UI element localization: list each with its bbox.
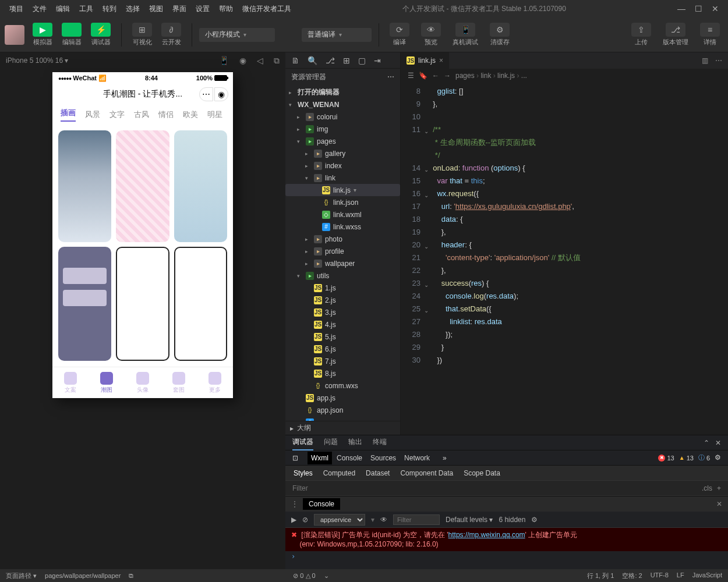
toolbar-button[interactable]: 📱真机调试 [449, 22, 482, 48]
collapse-icon[interactable]: ⌃ [704, 439, 709, 447]
close-panel-icon[interactable]: ✕ [715, 439, 721, 447]
tree-node[interactable]: {}link.json [285, 196, 400, 208]
nav-item[interactable]: 头像 [136, 372, 149, 394]
explorer-more-icon[interactable]: ⋯ [387, 73, 394, 81]
tree-node[interactable]: JSlink.js [285, 184, 400, 196]
toolbar-button[interactable]: ⎇版本管理 [659, 22, 692, 48]
category-tab[interactable]: 欧美 [183, 109, 198, 120]
page-path-label[interactable]: 页面路径 ▾ [6, 572, 37, 580]
devtools-tab[interactable]: 调试器 [292, 435, 313, 450]
warn-badge[interactable]: 13 [679, 453, 694, 462]
tree-node[interactable]: JS8.js [285, 367, 400, 379]
wallpaper-tile[interactable] [116, 247, 169, 361]
copy-icon[interactable]: ⧉ [274, 56, 280, 66]
tree-node[interactable]: #app.wxss [285, 416, 400, 421]
status-item[interactable]: 空格: 2 [622, 572, 642, 580]
crumb-fwd-icon[interactable]: → [444, 72, 451, 80]
capsule-close-icon[interactable]: ◉ [214, 87, 228, 101]
category-tab[interactable]: 风景 [85, 109, 100, 120]
close-button[interactable]: ✕ [712, 4, 719, 13]
menu-item[interactable]: 工具 [75, 2, 98, 16]
devtools-tab[interactable]: 问题 [324, 435, 338, 450]
page-path[interactable]: pages/wallpaper/wallpaper [45, 572, 121, 579]
close-tab-icon[interactable]: × [439, 56, 443, 65]
mute-icon[interactable]: ◁ [257, 56, 263, 66]
branch-icon[interactable]: ⎇ [326, 56, 335, 65]
menu-item[interactable]: 帮助 [214, 2, 238, 16]
tree-node[interactable]: {}app.json [285, 404, 400, 416]
console-filter-input[interactable] [393, 514, 440, 525]
console-menu-icon[interactable]: ⋮ [291, 500, 298, 508]
error-link[interactable]: https://mp.weixin.qq.com [448, 531, 525, 539]
tree-section[interactable]: ▸打开的编辑器 [285, 86, 400, 98]
menu-item[interactable]: 文件 [28, 2, 51, 16]
error-badge[interactable]: 13 [658, 453, 674, 462]
menu-item[interactable]: 设置 [191, 2, 214, 16]
styles-tab[interactable]: Styles [294, 469, 313, 477]
nav-item[interactable]: 潮图 [100, 372, 113, 394]
files-icon[interactable]: 🗎 [291, 56, 299, 65]
levels-select[interactable]: Default levels ▾ [446, 516, 493, 524]
compile-select[interactable]: 普通编译 [302, 28, 372, 42]
tree-node[interactable]: ▾▸pages [285, 135, 400, 147]
tree-node[interactable]: {}comm.wxs [285, 379, 400, 392]
device-select[interactable]: iPhone 5 100% 16 ▾ [6, 56, 68, 65]
toolbar-button[interactable]: ▶模拟器 [29, 22, 56, 48]
inspector-tab[interactable]: Sources [367, 452, 400, 464]
editor-more-icon[interactable]: ⋯ [715, 56, 722, 65]
menu-item[interactable]: 编辑 [51, 2, 75, 16]
menu-item[interactable]: 微信开发者工具 [238, 2, 296, 16]
toolbar-button[interactable]: 编辑器 [58, 22, 85, 48]
code-area[interactable]: 8 gglist: []9 },1011⌄ /** * 生命周期函数--监听页面… [401, 83, 728, 435]
scroll-down-icon[interactable]: ⌄ [324, 572, 329, 580]
toolbar-button[interactable]: ⊞可视化 [129, 22, 156, 48]
context-select[interactable]: appservice [314, 514, 365, 526]
user-avatar[interactable] [5, 25, 24, 45]
tree-node[interactable]: ▸▸photo [285, 233, 400, 245]
menu-item[interactable]: 视图 [144, 2, 168, 16]
toolbar-button[interactable]: ∂云开发 [158, 22, 185, 48]
menu-item[interactable]: 界面 [168, 2, 191, 16]
tree-node[interactable]: ▸▸gallery [285, 147, 400, 159]
crumb-back-icon[interactable]: ← [432, 72, 439, 80]
category-tab[interactable]: 文字 [109, 109, 125, 120]
tree-section[interactable]: ▾WX_WENAN [285, 98, 400, 111]
toolbar-button[interactable]: ⟳编译 [386, 22, 413, 48]
image-grid[interactable] [52, 125, 233, 367]
tree-node[interactable]: ▸▸wallpaper [285, 257, 400, 269]
tree-node[interactable]: ▸▸colorui [285, 111, 400, 123]
tree-node[interactable]: JS1.js [285, 282, 400, 294]
tree-node[interactable]: ◇link.wxml [285, 208, 400, 221]
wallpaper-tile[interactable] [174, 247, 227, 361]
wallpaper-tile[interactable] [58, 247, 111, 361]
status-item[interactable]: JavaScript [692, 572, 722, 580]
tree-node[interactable]: #link.wxss [285, 221, 400, 233]
inspector-tab[interactable]: Wxml [308, 452, 332, 464]
category-tab[interactable]: 插画 [61, 108, 76, 122]
status-item[interactable]: 行 1, 列 1 [587, 572, 614, 580]
problems-count[interactable]: ⊘ 0 △ 0 [293, 572, 315, 580]
record-icon[interactable]: ◉ [239, 56, 246, 66]
menu-item[interactable]: 项目 [5, 2, 28, 16]
crumb-bookmark-icon[interactable]: 🔖 [419, 72, 427, 80]
add-style-icon[interactable]: + [717, 484, 721, 492]
wallpaper-tile[interactable] [58, 130, 111, 242]
split-icon[interactable]: ⊞ [343, 56, 350, 65]
console-select-icon[interactable]: ▶ [291, 516, 296, 524]
toolbar-button[interactable]: 👁预览 [418, 22, 444, 48]
minimize-button[interactable]: — [677, 4, 685, 13]
tree-node[interactable]: JS3.js [285, 306, 400, 318]
inspector-tab[interactable]: Console [333, 452, 366, 464]
console-close-icon[interactable]: ✕ [716, 500, 722, 508]
maximize-button[interactable]: ☐ [695, 4, 702, 13]
category-tab[interactable]: 情侣 [158, 109, 174, 120]
tree-node[interactable]: JS5.js [285, 331, 400, 343]
nav-item[interactable]: 更多 [208, 372, 221, 394]
capsule-menu-icon[interactable]: ⋯ [199, 87, 213, 101]
settings-icon[interactable]: ⚙ [715, 453, 721, 462]
tree-node[interactable]: JS7.js [285, 355, 400, 367]
tree-node[interactable]: ▾▸link [285, 172, 400, 184]
outline-section[interactable]: ▸大纲 [285, 421, 400, 435]
styles-filter-input[interactable] [292, 484, 697, 492]
styles-tab[interactable]: Dataset [366, 469, 390, 477]
